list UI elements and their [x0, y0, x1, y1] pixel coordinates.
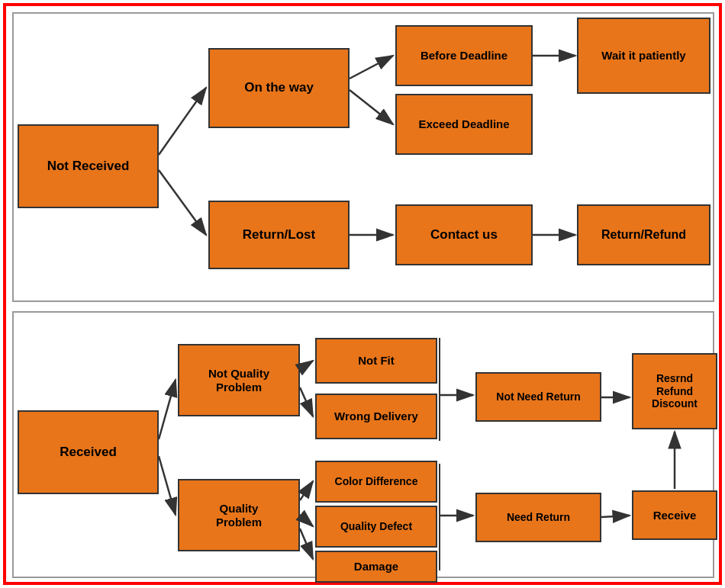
svg-line-4: [350, 90, 393, 124]
on-the-way-node: On the way: [208, 48, 350, 128]
not-received-node: Not Received: [18, 124, 159, 208]
svg-line-13: [300, 515, 313, 526]
diagram-container: Not Received On the way Return/Lost Befo…: [3, 3, 722, 585]
svg-line-11: [300, 387, 313, 416]
svg-line-10: [300, 361, 313, 369]
svg-line-1: [159, 88, 206, 155]
exceed-deadline-node: Exceed Deadline: [395, 94, 533, 155]
not-need-return-node: Not Need Return: [475, 372, 601, 422]
damage-node: Damage: [315, 551, 437, 583]
contact-us-node: Contact us: [395, 204, 533, 265]
receive-node: Receive: [632, 490, 717, 540]
not-quality-problem-node: Not Quality Problem: [178, 344, 300, 416]
wrong-delivery-node: Wrong Delivery: [315, 394, 437, 439]
color-difference-node: Color Difference: [315, 461, 437, 503]
svg-line-3: [350, 56, 393, 79]
svg-line-8: [159, 380, 176, 439]
need-return-node: Need Return: [475, 493, 601, 542]
received-node: Received: [18, 410, 159, 494]
return-lost-node: Return/Lost: [208, 201, 350, 269]
resend-refund-node: Resrnd Refund Discount: [632, 353, 717, 429]
before-deadline-node: Before Deadline: [395, 25, 533, 86]
not-fit-node: Not Fit: [315, 338, 437, 384]
svg-line-2: [159, 170, 206, 235]
wait-patiently-node: Wait it patiently: [577, 18, 710, 94]
return-refund-node: Return/Refund: [577, 204, 710, 265]
quality-defect-node: Quality Defect: [315, 506, 437, 548]
svg-line-12: [300, 481, 313, 500]
svg-line-9: [159, 456, 176, 515]
svg-line-14: [300, 529, 313, 559]
svg-line-22: [601, 516, 630, 517]
quality-problem-node: Quality Problem: [178, 479, 300, 551]
